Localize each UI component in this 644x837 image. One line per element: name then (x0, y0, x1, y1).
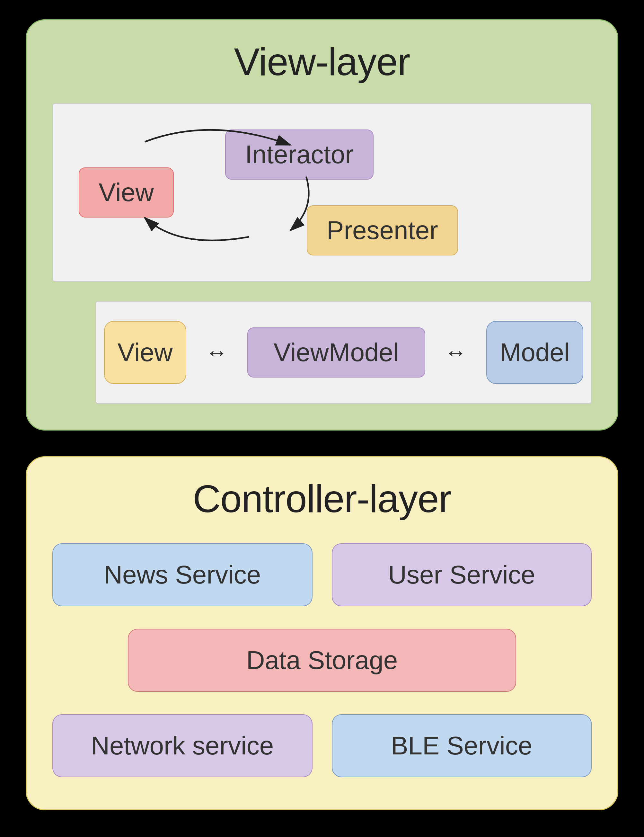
mvvm-viewmodel-node: ViewModel (247, 327, 425, 377)
mvvm-diagram: View ↔ ViewModel ↔ Model (95, 301, 592, 404)
user-service-box: User Service (332, 543, 592, 606)
data-storage-box: Data Storage (128, 629, 516, 692)
view-layer-container: View-layer View Interactor Pre (26, 19, 618, 430)
network-service-box: Network service (52, 714, 313, 777)
mvp-diagram: View Interactor Presenter (52, 103, 592, 282)
mvp-view-node: View (79, 167, 174, 218)
mvvm-view-node: View (104, 321, 186, 384)
controller-layer-container: Controller-layer News Service User Servi… (26, 456, 618, 810)
services-row-1: News Service User Service (52, 543, 592, 606)
arrow-view-viewmodel: ↔ (206, 340, 228, 365)
controller-layer-title: Controller-layer (193, 476, 451, 521)
services-row-3: Network service BLE Service (52, 714, 592, 777)
mvp-interactor-node: Interactor (225, 130, 374, 180)
main-canvas: View-layer View Interactor Pre (0, 0, 644, 837)
ble-service-box: BLE Service (332, 714, 592, 777)
arrow-viewmodel-model: ↔ (444, 340, 467, 365)
news-service-box: News Service (52, 543, 313, 606)
view-layer-title: View-layer (234, 39, 410, 84)
mvp-presenter-node: Presenter (307, 205, 458, 256)
mvp-right-group: Interactor Presenter (200, 130, 565, 256)
mvvm-model-node: Model (486, 321, 583, 384)
